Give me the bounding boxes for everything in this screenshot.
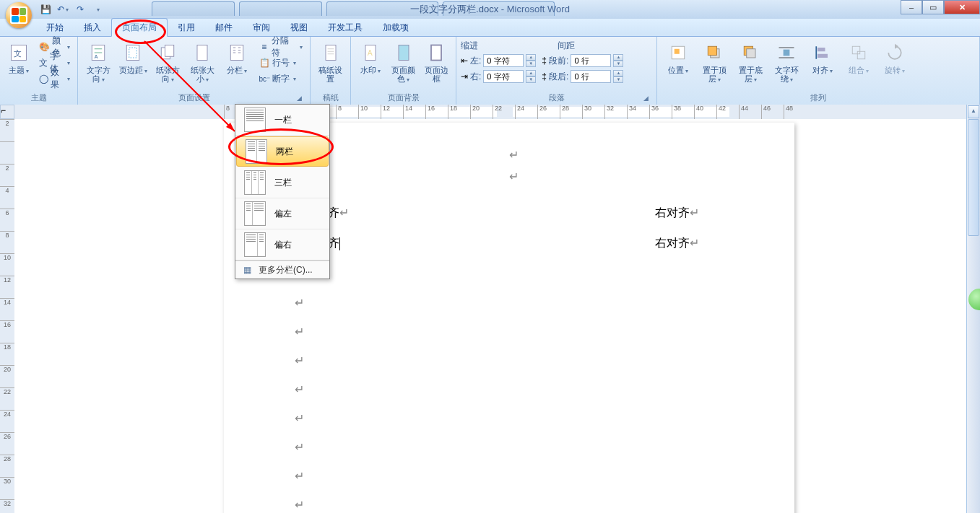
more-columns[interactable]: ▦ 更多分栏(C)... — [235, 261, 329, 279]
redo-icon: ↷ — [77, 4, 84, 14]
scroll-up-button[interactable]: ▲ — [968, 105, 979, 118]
spinner-buttons[interactable]: ▲▼ — [613, 70, 623, 83]
svg-rect-37 — [818, 54, 828, 58]
scroll-thumb[interactable] — [968, 119, 979, 236]
ribbon-tabs: 开始 插入 页面布局 引用 邮件 审阅 视图 开发工具 加载项 — [0, 19, 980, 37]
breaks-button[interactable]: ≡分隔符▾ — [256, 40, 305, 54]
tab-addins[interactable]: 加载项 — [373, 19, 419, 36]
group-icon — [847, 41, 870, 64]
columns-two-icon — [246, 139, 267, 164]
position-button[interactable]: 位置▾ — [662, 40, 695, 77]
taskbar-tab[interactable] — [326, 1, 438, 16]
send-back-button[interactable]: 置于底层▾ — [734, 40, 767, 86]
paragraph-mark: ↵ — [295, 296, 304, 310]
fonts-icon: 文 — [39, 57, 48, 69]
orientation-button[interactable]: 纸张方向▾ — [152, 40, 183, 86]
indent-right-input[interactable] — [483, 70, 524, 83]
columns-button[interactable]: 分栏▾ — [221, 40, 253, 77]
columns-right[interactable]: 偏右 — [235, 229, 329, 260]
bring-front-button[interactable]: 置于顶层▾ — [698, 40, 731, 86]
tab-page-layout[interactable]: 页面布局 — [111, 18, 168, 37]
columns-more-icon: ▦ — [241, 264, 253, 276]
maximize-button[interactable]: ▭ — [922, 0, 944, 14]
tab-developer[interactable]: 开发工具 — [318, 19, 373, 36]
taskbar-tab[interactable] — [443, 1, 555, 16]
tab-home[interactable]: 开始 — [36, 19, 74, 36]
text-direction-icon: A — [87, 41, 110, 64]
save-button[interactable]: 💾 — [38, 1, 53, 17]
text-direction-button[interactable]: A文字方向▾ — [82, 40, 114, 86]
group-paragraph: 缩进 间距 ⇤ 左: ▲▼ ‡ 段前: ▲▼ ⇥ — [456, 37, 657, 105]
theme-effects[interactable]: ◯效果▾ — [36, 71, 73, 86]
text-wrap-button[interactable]: 文字环绕▾ — [770, 40, 803, 86]
horizontal-ruler[interactable]: 8246810121416182022242628303234363840424… — [14, 105, 967, 120]
chevron-down-icon: ▾ — [26, 68, 29, 74]
dropdown-item-label: 三栏 — [274, 177, 292, 189]
space-after-label: 段后: — [549, 71, 568, 83]
position-icon — [667, 41, 690, 64]
spinner-buttons[interactable]: ▲▼ — [526, 54, 536, 67]
rotate-button[interactable]: 旋转▾ — [878, 40, 911, 77]
columns-three[interactable]: 三栏 — [235, 167, 329, 198]
indent-left-input[interactable] — [483, 54, 524, 67]
taskbar-tab[interactable] — [152, 1, 235, 16]
paragraph-mark: ↵ — [295, 498, 304, 512]
group-label: 稿纸 — [315, 92, 346, 105]
paragraph-mark: ↵ — [295, 382, 304, 396]
svg-text:A: A — [95, 54, 98, 59]
paragraph-mark: ↵ — [295, 469, 304, 483]
tab-mailings[interactable]: 邮件 — [205, 19, 243, 36]
svg-rect-29 — [708, 46, 716, 55]
tab-insert[interactable]: 插入 — [74, 19, 111, 36]
text[interactable]: 右对齐 — [655, 206, 690, 219]
dialog-launcher[interactable]: ◢ — [641, 93, 651, 103]
size-button[interactable]: 纸张大小▾ — [186, 40, 218, 86]
space-after-input[interactable] — [571, 70, 611, 83]
qat-customize[interactable]: ▾ — [90, 1, 105, 17]
redo-button[interactable]: ↷ — [72, 1, 88, 17]
group-button[interactable]: 组合▾ — [842, 40, 875, 77]
align-button[interactable]: 对齐▾ — [806, 40, 839, 77]
space-before-input[interactable] — [571, 54, 611, 67]
office-button[interactable] — [6, 2, 32, 28]
spinner-buttons[interactable]: ▲▼ — [613, 54, 623, 67]
undo-icon: ↶ — [57, 4, 64, 14]
spinner-buttons[interactable]: ▲▼ — [526, 70, 536, 83]
watermark-button[interactable]: A水印▾ — [355, 40, 386, 77]
line-numbers-button[interactable]: 📋行号▾ — [256, 56, 305, 70]
themes-button[interactable]: 文 主题▾ — [4, 40, 33, 77]
page-color-button[interactable]: 页面颜色▾ — [389, 40, 419, 86]
send-back-icon — [739, 41, 762, 64]
chevron-down-icon: ▾ — [97, 6, 100, 13]
group-page-setup: A文字方向▾ 页边距▾ 纸张方向▾ 纸张大小▾ 分栏▾ ≡分隔符▾ 📋行号▾ b… — [78, 37, 311, 105]
margins-button[interactable]: 页边距▾ — [117, 40, 149, 77]
tab-review[interactable]: 审阅 — [243, 19, 280, 36]
paper-settings-button[interactable]: 稿纸设置 — [315, 40, 346, 84]
breaks-icon: ≡ — [259, 41, 269, 53]
minimize-button[interactable]: – — [901, 0, 922, 14]
size-icon — [191, 41, 214, 64]
taskbar-tab[interactable] — [239, 1, 322, 16]
close-button[interactable]: ✕ — [944, 0, 980, 14]
space-before-icon: ‡ — [542, 56, 547, 66]
tab-view[interactable]: 视图 — [280, 19, 318, 36]
vertical-ruler[interactable]: 22468101214161820222426283032 — [0, 119, 15, 513]
hyphenation-button[interactable]: bc⁻断字▾ — [256, 71, 305, 86]
paper-icon — [319, 41, 342, 64]
dialog-launcher[interactable]: ◢ — [294, 93, 304, 103]
themes-icon: 文 — [7, 41, 30, 64]
tab-references[interactable]: 引用 — [168, 19, 205, 36]
columns-left-icon — [244, 201, 266, 226]
page-viewport[interactable]: ↵ ↵ 齐↵ 右对齐↵ 齐 右对齐↵ ↵ ↵ ↵ ↵ ↵ ↵ ↵ ↵ ↵ — [14, 119, 967, 513]
columns-one-icon — [244, 108, 266, 132]
text-cursor — [339, 237, 340, 250]
group-arrange: 位置▾ 置于顶层▾ 置于底层▾ 文字环绕▾ 对齐▾ 组合▾ 旋转▾ 排列 — [657, 37, 980, 105]
group-background: A水印▾ 页面颜色▾ 页面边框 页面背景 — [351, 37, 456, 105]
columns-left[interactable]: 偏左 — [235, 198, 329, 229]
columns-one[interactable]: 一栏 — [235, 105, 329, 136]
page-border-button[interactable]: 页面边框 — [421, 40, 451, 84]
undo-button[interactable]: ↶▾ — [55, 1, 71, 17]
columns-two[interactable]: 两栏 — [236, 136, 329, 167]
text[interactable]: 右对齐 — [655, 237, 690, 249]
watermark-icon: A — [359, 41, 382, 64]
